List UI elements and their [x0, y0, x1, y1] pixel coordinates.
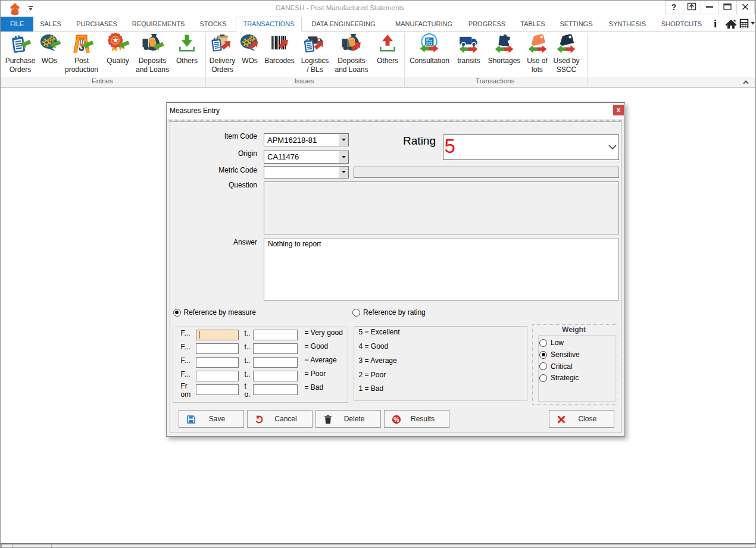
svg-text:?: ?	[671, 2, 677, 12]
